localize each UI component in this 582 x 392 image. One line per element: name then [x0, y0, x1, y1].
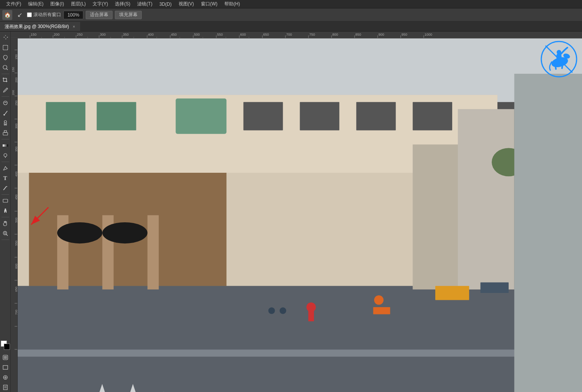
svg-rect-5 — [3, 132, 8, 135]
hand-tool[interactable] — [1, 219, 10, 228]
tool-separator-2 — [2, 96, 9, 97]
fill-screen-button[interactable]: 填充屏幕 — [115, 11, 142, 19]
quick-select-tool[interactable] — [1, 63, 10, 72]
image-viewport[interactable] — [18, 38, 582, 392]
menu-3d[interactable]: 3D(D) — [156, 1, 175, 8]
background-swatch[interactable] — [4, 344, 10, 350]
tab-title: 漫画效果.jpg @ 300%(RGB/8#) — [5, 23, 69, 30]
menu-edit[interactable]: 编辑(E) — [25, 0, 46, 8]
svg-text:500: 500 — [194, 33, 200, 36]
scroll-all-windows-label: 滚动所有窗口 — [33, 12, 61, 18]
brush-tool[interactable] — [1, 108, 10, 117]
svg-text:200: 200 — [15, 77, 18, 83]
svg-text:900: 900 — [378, 33, 384, 36]
tool-separator-4 — [2, 162, 9, 162]
menu-window[interactable]: 窗口(W) — [198, 0, 221, 8]
svg-point-10 — [5, 166, 6, 167]
svg-text:350: 350 — [123, 33, 129, 36]
svg-rect-19 — [3, 366, 8, 369]
gradient-tool[interactable] — [1, 141, 10, 150]
svg-point-122 — [102, 222, 148, 243]
svg-text:200: 200 — [12, 90, 15, 95]
svg-point-121 — [57, 222, 103, 243]
ruler-left: 150 200 — [11, 38, 18, 392]
svg-text:150: 150 — [15, 54, 18, 60]
move-tool[interactable] — [1, 33, 10, 42]
svg-rect-120 — [148, 215, 159, 289]
svg-rect-6 — [4, 131, 7, 132]
tool-arrow[interactable]: ↙ — [15, 10, 25, 20]
tool-separator-3 — [2, 139, 9, 139]
color-swatches — [1, 341, 10, 350]
clone-tool[interactable] — [1, 118, 10, 127]
tools-panel: T — [0, 31, 11, 392]
svg-rect-133 — [435, 286, 469, 300]
menu-file[interactable]: 文件(F) — [3, 0, 24, 8]
svg-rect-11 — [3, 199, 8, 202]
scroll-all-windows-wrap[interactable]: 滚动所有窗口 — [27, 12, 61, 18]
eraser-tool[interactable] — [1, 128, 10, 137]
menu-image[interactable]: 图像(I) — [47, 0, 67, 8]
svg-rect-124 — [458, 109, 514, 289]
zoom-input[interactable] — [63, 11, 83, 19]
marquee-tool[interactable] — [1, 43, 10, 52]
type-tool[interactable]: T — [1, 174, 10, 183]
tool-separator-1 — [2, 74, 9, 74]
path-select-tool[interactable] — [1, 184, 10, 193]
svg-text:350: 350 — [15, 146, 18, 152]
foreground-background-swatches[interactable] — [1, 341, 10, 350]
crop-tool[interactable] — [1, 76, 10, 85]
toolbar-bar: 🏠 ↙ 滚动所有窗口 适合屏幕 填充屏幕 — [0, 8, 582, 22]
tab-close-button[interactable]: × — [72, 24, 76, 29]
menu-help[interactable]: 帮助(H) — [221, 0, 243, 8]
ruler-top: 150 200 250 300 350 400 450 500 — [11, 31, 582, 38]
scroll-all-windows-checkbox[interactable] — [27, 12, 32, 17]
figure-tool[interactable] — [1, 206, 10, 215]
menu-layer[interactable]: 图层(L) — [68, 0, 89, 8]
svg-text:300: 300 — [15, 123, 18, 129]
active-tab[interactable]: 漫画效果.jpg @ 300%(RGB/8#) × — [0, 22, 81, 31]
svg-rect-102 — [18, 38, 582, 102]
svg-rect-113 — [176, 99, 226, 134]
fit-screen-button[interactable]: 适合屏幕 — [86, 11, 113, 19]
svg-rect-114 — [244, 102, 283, 131]
svg-rect-128 — [308, 311, 314, 321]
tool-separator-5 — [2, 194, 9, 195]
svg-point-127 — [307, 303, 316, 312]
shape-tool[interactable] — [1, 196, 10, 205]
extra-tool-2[interactable] — [1, 383, 10, 392]
screen-mode-tool[interactable] — [1, 363, 10, 372]
dodge-tool[interactable] — [1, 151, 10, 160]
svg-point-4 — [4, 121, 7, 123]
zoom-tool[interactable] — [1, 229, 10, 238]
svg-point-1 — [3, 65, 7, 69]
home-button[interactable]: 🏠 — [2, 10, 12, 20]
spot-heal-tool[interactable] — [1, 98, 10, 108]
extra-tool-1[interactable] — [1, 373, 10, 382]
svg-rect-107 — [18, 349, 582, 356]
svg-text:150: 150 — [12, 67, 15, 72]
quick-mask-tool[interactable] — [1, 353, 10, 362]
svg-rect-116 — [356, 102, 396, 131]
svg-text:650: 650 — [15, 286, 18, 292]
svg-text:250: 250 — [15, 100, 18, 106]
svg-text:600: 600 — [15, 263, 18, 269]
svg-text:550: 550 — [217, 33, 223, 36]
svg-rect-111 — [46, 102, 85, 131]
eyedropper-tool[interactable] — [1, 86, 10, 95]
svg-rect-134 — [481, 282, 509, 293]
svg-text:1000: 1000 — [424, 33, 432, 36]
svg-line-14 — [6, 235, 8, 236]
menu-select[interactable]: 选择(S) — [112, 0, 133, 8]
svg-point-8 — [4, 154, 7, 157]
lasso-tool[interactable] — [1, 53, 10, 62]
svg-text:500: 500 — [15, 217, 18, 223]
svg-text:400: 400 — [15, 171, 18, 177]
svg-text:250: 250 — [77, 33, 83, 36]
menu-filter[interactable]: 滤镜(T) — [134, 0, 155, 8]
menu-type[interactable]: 文字(Y) — [90, 0, 111, 8]
pen-tool[interactable] — [1, 164, 10, 173]
svg-text:300: 300 — [100, 33, 106, 36]
svg-text:550: 550 — [15, 240, 18, 246]
menu-view[interactable]: 视图(V) — [176, 0, 197, 8]
